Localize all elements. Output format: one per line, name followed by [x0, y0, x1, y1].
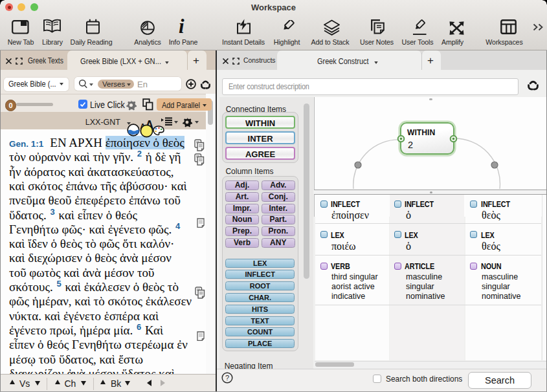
svg-text:?: ?	[225, 374, 229, 382]
